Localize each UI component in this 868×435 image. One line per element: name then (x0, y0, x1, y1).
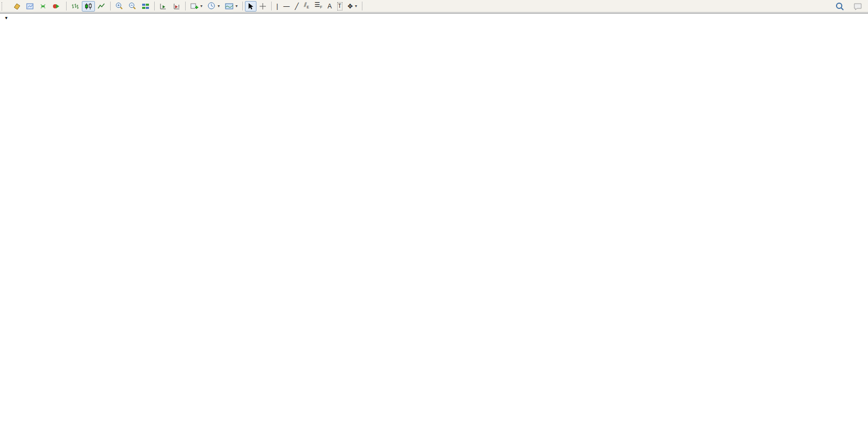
main-toolbar: ▾ ▾ ▾ | — ╱ ⫽E ☰F A T ✥▾ (0, 0, 868, 13)
step-end-button[interactable] (170, 1, 183, 12)
chart-window: ▼ (0, 13, 868, 435)
horizontal-line-icon: — (283, 3, 290, 10)
toolbar-separator (242, 2, 243, 10)
dropdown-caret-icon: ▾ (218, 4, 220, 8)
period-button[interactable]: ▾ (205, 1, 222, 12)
line-chart-type-button[interactable] (95, 1, 108, 12)
tile-windows-button[interactable] (139, 1, 152, 12)
zoom-in-icon (115, 2, 123, 10)
dropdown-caret-icon: ▾ (235, 4, 238, 8)
signal-icon (39, 3, 47, 10)
cursor-tool-button[interactable] (245, 1, 256, 12)
mt4-application: ▾ ▾ ▾ | — ╱ ⫽E ☰F A T ✥▾ (0, 0, 868, 435)
candlestick-chart-icon (84, 3, 92, 10)
toolbar-separator (110, 2, 111, 10)
new-order-button[interactable] (5, 1, 10, 12)
chat-icon (853, 3, 862, 10)
search-button[interactable] (833, 1, 846, 12)
new-order-tag-icon[interactable] (10, 1, 24, 12)
chart-end-icon (173, 3, 180, 10)
toolbar-separator (154, 2, 155, 10)
tile-windows-icon (142, 3, 149, 10)
dropdown-caret-icon: ▾ (355, 4, 357, 8)
toolbar-grip (2, 2, 4, 10)
add-indicator-button[interactable]: ▾ (188, 1, 205, 12)
text-icon: A (327, 3, 331, 10)
horizontal-line-tool-button[interactable]: — (281, 1, 292, 12)
crosshair-icon (259, 3, 266, 10)
toolbar-separator (362, 2, 362, 10)
fibonacci-icon: ☰F (314, 1, 322, 11)
line-chart-icon (98, 3, 105, 10)
chart-forward-icon (159, 3, 167, 10)
clock-icon (208, 2, 216, 10)
toolbar-separator (271, 2, 272, 10)
search-icon (835, 2, 844, 10)
text-tool-button[interactable]: A (325, 1, 334, 12)
step-forward-button[interactable] (157, 1, 170, 12)
signal-button[interactable] (37, 1, 50, 12)
trendline-tool-button[interactable]: ╱ (292, 1, 301, 12)
bar-chart-type-button[interactable] (69, 1, 82, 12)
auto-trading-icon (52, 3, 60, 10)
trendline-icon: ╱ (295, 3, 298, 10)
auto-trading-button[interactable] (50, 1, 64, 12)
candle-chart-type-button[interactable] (82, 1, 95, 12)
toolbar-separator (66, 2, 67, 10)
bar-chart-icon (71, 3, 79, 10)
toolbar-right-group (833, 1, 865, 12)
arrows-tool-button[interactable]: ✥▾ (345, 1, 360, 12)
zoom-out-button[interactable] (126, 1, 139, 12)
cursor-icon (248, 3, 254, 10)
template-button[interactable]: ▾ (222, 1, 240, 12)
dropdown-caret-icon: ▾ (200, 4, 202, 8)
charts-window-button[interactable] (24, 1, 37, 12)
fibonacci-tool-button[interactable]: ☰F (312, 1, 325, 12)
template-icon (225, 3, 233, 10)
chart-title-bar: ▼ (4, 16, 14, 20)
vertical-line-icon: | (276, 3, 278, 10)
channel-tool-button[interactable]: ⫽E (301, 1, 312, 12)
equidistant-channel-icon: ⫽E (304, 1, 309, 11)
gold-tag-icon (13, 3, 21, 10)
vertical-line-tool-button[interactable]: | (274, 1, 281, 12)
chart-window-icon (26, 3, 34, 10)
price-chart[interactable] (0, 14, 868, 435)
arrows-icon: ✥ (348, 3, 353, 10)
add-indicator-icon (190, 3, 198, 10)
one-click-trading-toggle-icon[interactable]: ▼ (4, 16, 8, 20)
toolbar-separator (185, 2, 186, 10)
zoom-out-icon (128, 2, 136, 10)
text-label-icon: T (337, 2, 342, 10)
zoom-in-button[interactable] (113, 1, 126, 12)
label-tool-button[interactable]: T (335, 1, 345, 12)
chat-button[interactable] (851, 1, 865, 12)
crosshair-tool-button[interactable] (256, 1, 269, 12)
